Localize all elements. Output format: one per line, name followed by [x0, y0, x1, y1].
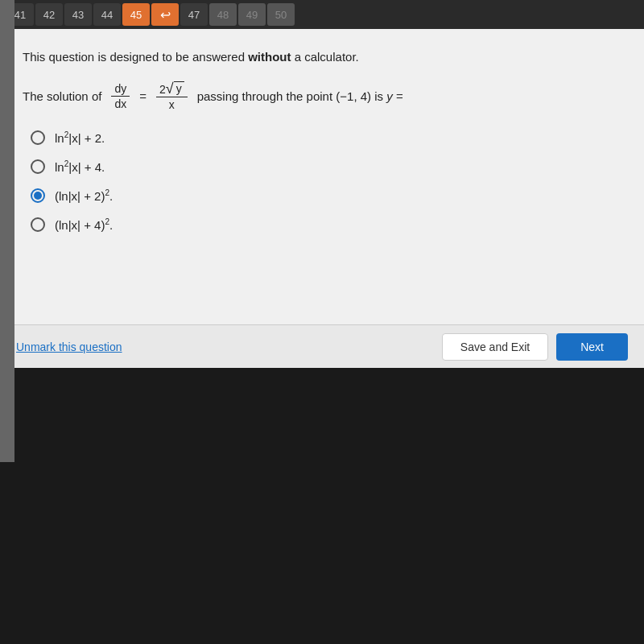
option-B-label: ln2|x| + 4. [55, 159, 105, 174]
option-A-label: ln2|x| + 2. [55, 130, 105, 145]
nav-num-50[interactable]: 50 [267, 3, 295, 26]
nav-num-44[interactable]: 44 [93, 3, 121, 26]
nav-num-47[interactable]: 47 [180, 3, 208, 26]
radio-C-dot [34, 192, 42, 200]
option-C-label: (ln|x| + 2)2. [55, 188, 113, 203]
option-D-row[interactable]: (ln|x| + 4)2. [31, 217, 621, 232]
equals-sign: = [139, 89, 147, 103]
math-suffix-label: passing through the point (−1, 4) is y = [197, 89, 403, 103]
math-prefix-label: The solution of [23, 89, 101, 103]
question-nav-bar: 41 42 43 44 45 ↩ 47 48 49 50 [0, 0, 644, 29]
unmark-question-button[interactable]: Unmark this question [16, 341, 122, 353]
nav-num-43[interactable]: 43 [64, 3, 92, 26]
option-D-label: (ln|x| + 4)2. [55, 217, 113, 232]
nav-num-42[interactable]: 42 [35, 3, 63, 26]
option-C-row[interactable]: (ln|x| + 2)2. [31, 188, 621, 203]
radio-C[interactable] [31, 188, 45, 203]
fraction-denominator-x: x [166, 97, 178, 111]
fraction-numerator-dy: dy [111, 82, 130, 97]
next-button[interactable]: Next [556, 333, 628, 361]
fraction-denominator-dx: dx [111, 97, 130, 110]
question-intro: This question is designed to be answered… [23, 48, 621, 67]
nav-num-48[interactable]: 48 [209, 3, 237, 26]
nav-num-49[interactable]: 49 [238, 3, 266, 26]
left-sidebar-strip [0, 0, 14, 462]
nav-num-45[interactable]: 45 [122, 3, 150, 26]
save-and-exit-button[interactable]: Save and Exit [442, 333, 548, 361]
bottom-dark-area [0, 368, 644, 644]
fraction-2sqrty-x: 2√y x [156, 81, 188, 111]
math-equation-line: The solution of dy dx = 2√y x passing th… [23, 81, 621, 111]
option-B-row[interactable]: ln2|x| + 4. [31, 159, 621, 174]
fraction-numerator-2sqrty: 2√y [156, 81, 188, 97]
option-A-row[interactable]: ln2|x| + 2. [31, 130, 621, 145]
radio-B[interactable] [31, 159, 45, 174]
radio-D[interactable] [31, 217, 45, 232]
nav-back-button[interactable]: ↩ [151, 3, 179, 26]
question-number-list: 41 42 43 44 45 ↩ 47 48 49 50 [6, 3, 295, 26]
footer-action-buttons: Save and Exit Next [442, 333, 628, 361]
fraction-dy-dx: dy dx [111, 82, 130, 110]
answer-options: ln2|x| + 2. ln2|x| + 4. (ln|x| + 2)2. [31, 130, 621, 232]
footer-bar: Unmark this question Save and Exit Next [0, 324, 644, 368]
radio-A[interactable] [31, 130, 45, 145]
